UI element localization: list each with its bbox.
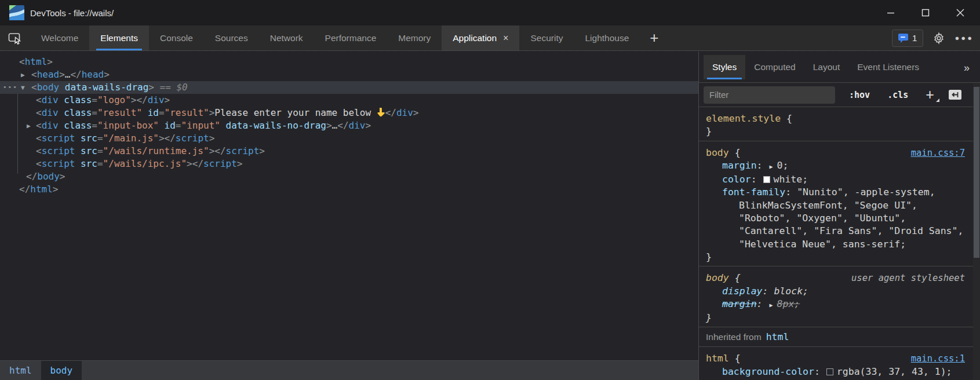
syntax-token: "input"	[181, 120, 220, 131]
syntax-token: "input-box"	[97, 120, 159, 131]
open-brace: {	[781, 113, 792, 124]
dom-tree-row[interactable]: <html>	[0, 56, 698, 68]
stylesheet-link[interactable]: main.css:1	[911, 352, 965, 365]
dom-tree-row[interactable]: </html>	[0, 183, 698, 196]
dom-tree-row[interactable]: <div class="result" id="result">Please e…	[0, 107, 698, 119]
syntax-token: …	[332, 120, 338, 131]
tab-event-listeners[interactable]: Event Listeners	[848, 55, 928, 79]
expand-shorthand-icon[interactable]: ▶	[769, 302, 773, 308]
syntax-token: >	[326, 120, 332, 131]
close-window-button[interactable]	[943, 0, 978, 25]
tab-welcome[interactable]: Welcome	[30, 25, 89, 50]
tab-label: Performance	[325, 33, 377, 43]
plus-icon: +	[926, 86, 934, 103]
styles-filter-input[interactable]	[704, 86, 835, 104]
scrollbar[interactable]	[973, 83, 980, 380]
row-actions-dots-icon[interactable]: •••	[3, 81, 18, 94]
minimize-button[interactable]	[873, 0, 908, 25]
title-bar[interactable]: DevTools - file://wails/	[0, 0, 980, 25]
tab-application[interactable]: Application×	[442, 25, 519, 50]
breadcrumb-item-html[interactable]: html	[0, 361, 41, 380]
tab-console[interactable]: Console	[149, 25, 204, 50]
tab-security[interactable]: Security	[519, 25, 574, 50]
breadcrumb: htmlbody	[0, 360, 698, 380]
css-selector[interactable]: element.style	[706, 113, 781, 124]
css-property[interactable]: margin: ▶0;	[706, 159, 965, 173]
more-options-icon[interactable]: ●●●	[955, 34, 974, 42]
css-selector[interactable]: body	[706, 147, 729, 158]
css-property[interactable]: display: block;	[706, 285, 965, 298]
toggle-computed-sidebar-icon[interactable]	[948, 89, 962, 100]
elements-dom-tree: <html>▶<head>…</head>•••▼<body data-wail…	[0, 52, 698, 360]
new-style-rule-button[interactable]: +	[923, 87, 937, 102]
tab-layout[interactable]: Layout	[804, 55, 849, 79]
css-property[interactable]: font-family: "Nunito", -apple-system,	[706, 186, 965, 199]
syntax-token: == $0	[154, 82, 188, 93]
css-selector[interactable]: body	[706, 272, 729, 283]
tab-computed[interactable]: Computed	[745, 55, 804, 79]
syntax-token: <	[36, 120, 42, 131]
stylesheet-link[interactable]: main.css:7	[911, 147, 965, 159]
css-property[interactable]: color: white;	[706, 173, 965, 186]
devtools-logo-icon	[9, 5, 24, 20]
dom-tree-row[interactable]: ▶<div class="input-box" id="input" data-…	[0, 119, 698, 132]
tab-memory[interactable]: Memory	[387, 25, 442, 50]
dom-tree-row[interactable]: <script src="/main.js"></script>	[0, 132, 698, 145]
css-rule-element-style: element.style {}	[699, 107, 973, 141]
tab-network[interactable]: Network	[259, 25, 314, 50]
syntax-token: script	[226, 145, 260, 156]
dom-tree-row[interactable]: <script src="/wails/runtime.js"></script…	[0, 145, 698, 158]
syntax-token: >	[131, 94, 137, 105]
inherited-node-link[interactable]: html	[766, 331, 789, 344]
css-rule-header[interactable]: user agent stylesheetbody {	[706, 272, 965, 284]
syntax-token: >	[159, 133, 165, 144]
css-rule-header[interactable]: element.style {	[706, 112, 965, 125]
collapsed-arrow-icon[interactable]: ▶	[21, 69, 25, 82]
more-tabs-icon[interactable]: »	[958, 62, 975, 74]
css-property[interactable]: margin: ▶8px;	[706, 298, 965, 312]
css-value-wrap: "Roboto", "Oxygen", "Ubuntu",	[706, 212, 965, 225]
syntax-token: head	[82, 69, 104, 80]
syntax-token: head	[37, 69, 60, 80]
dom-tree-row[interactable]: ▶<head>…</head>	[0, 68, 698, 81]
syntax-token: "logo"	[97, 94, 131, 105]
css-selector[interactable]: html	[706, 353, 729, 364]
syntax-token: id	[142, 107, 159, 118]
syntax-token: >	[259, 145, 265, 156]
toggle-element-state-button[interactable]: :hov	[849, 90, 870, 100]
syntax-token: id	[159, 120, 176, 131]
add-tab-button[interactable]: +	[640, 25, 668, 50]
tab-lighthouse[interactable]: Lighthouse	[574, 25, 640, 50]
maximize-button[interactable]	[908, 0, 943, 25]
dom-tree-row[interactable]: <script src="/wails/ipc.js"></script>	[0, 158, 698, 170]
tab-sources[interactable]: Sources	[204, 25, 259, 50]
syntax-token: >	[209, 133, 215, 144]
scrollbar-thumb[interactable]	[974, 87, 979, 258]
syntax-token: </	[385, 107, 396, 118]
tab-performance[interactable]: Performance	[314, 25, 388, 50]
color-swatch[interactable]	[763, 176, 770, 183]
dom-tree-row[interactable]: <div class="logo"></div>	[0, 94, 698, 107]
issues-counter[interactable]: 1	[892, 30, 923, 47]
expand-shorthand-icon[interactable]: ▶	[769, 163, 773, 170]
inspect-element-button[interactable]	[0, 25, 30, 50]
syntax-token: class	[59, 120, 92, 131]
close-tab-icon[interactable]: ×	[503, 34, 508, 43]
breadcrumb-item-body[interactable]: body	[41, 361, 82, 380]
tab-label: Sources	[215, 33, 248, 43]
css-rule-header[interactable]: main.css:1html {	[706, 352, 965, 365]
color-swatch[interactable]	[826, 368, 833, 375]
tab-elements[interactable]: Elements	[89, 25, 149, 50]
dom-tree-row[interactable]: </body>	[0, 170, 698, 183]
expanded-arrow-icon[interactable]: ▼	[21, 82, 25, 94]
collapsed-arrow-icon[interactable]: ▶	[27, 120, 31, 133]
dom-tree-row[interactable]: •••▼<body data-wails-drag> == $0	[0, 81, 698, 94]
css-rule-header[interactable]: main.css:7body {	[706, 147, 965, 159]
syntax-token: data-wails-drag	[59, 82, 148, 93]
settings-icon[interactable]	[932, 32, 945, 45]
css-property[interactable]: background-color: rgba(33, 37, 43, 1);	[706, 366, 965, 378]
tab-styles[interactable]: Styles	[704, 55, 745, 79]
syntax-token: src	[75, 145, 97, 156]
syntax-token: =	[97, 158, 103, 169]
toggle-class-editor-button[interactable]: .cls	[887, 90, 908, 100]
